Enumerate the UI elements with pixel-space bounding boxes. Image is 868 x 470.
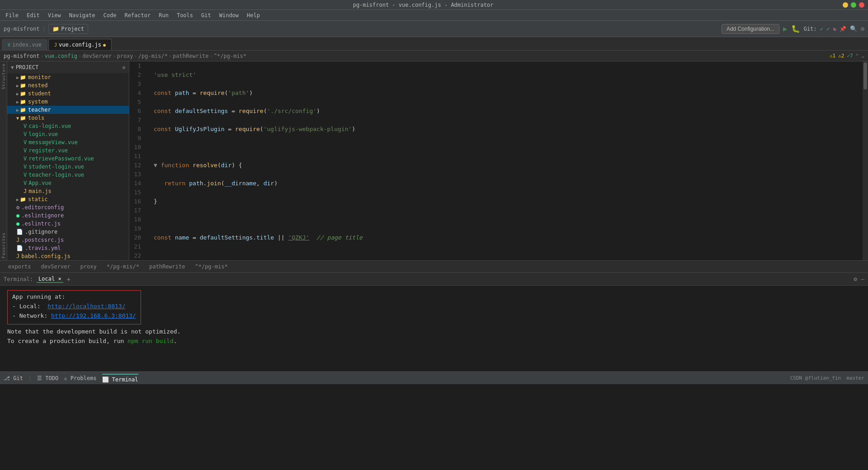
minimize-button[interactable] [843,2,848,8]
menu-refactor[interactable]: Refactor [121,11,154,19]
nav-tab-pgmis[interactable]: */pg-mis/* [102,262,144,271]
tree-item-app-vue[interactable]: V App.vue [7,179,129,187]
add-configuration-button[interactable]: Add Configuration... [722,24,779,34]
nav-tab-proxy[interactable]: proxy [76,262,101,271]
menu-window[interactable]: Window [216,11,242,19]
file-tab-vue-config-js[interactable]: J vue.config.js ● [48,39,112,50]
menu-help[interactable]: Help [243,11,264,19]
structure-label: Structure [1,63,6,89]
close-button[interactable] [859,2,864,8]
terminal-note-2: To create a production build, run npm ru… [7,337,861,346]
menu-tools[interactable]: Tools [173,11,197,19]
bc-proxy[interactable]: proxy [117,53,133,59]
status-right-info: CSDN @flutian_fin [790,375,841,381]
tree-item-travis[interactable]: 📄 .travis.yml [7,244,129,252]
terminal-local-line: - Local: http://localhost:8013/ [12,302,136,311]
terminal-label: Terminal: [4,276,33,282]
file-tab-index-vue[interactable]: V index.vue [2,39,47,50]
bc-pgmis-pattern[interactable]: ^*/pg-mis* [214,53,246,59]
run-button[interactable]: ▶ [783,24,788,33]
tree-item-login[interactable]: V login.vue [7,130,129,138]
collapse-button[interactable]: ⌄ [861,53,864,59]
title-bar-controls[interactable] [843,2,864,8]
tree-item-eslintignore[interactable]: ● .eslintignore [7,212,129,220]
tree-item-gitignore[interactable]: 📄 .gitignore [7,228,129,236]
tree-item-postcssrc[interactable]: J .postcssrc.js [7,236,129,244]
debug-button[interactable]: 🐛 [791,24,800,33]
terminal-note-1: Note that the development build is not o… [7,327,861,337]
toolbar: pg-misfront | 📁 Project Add Configuratio… [0,21,868,37]
code-line-8: } [154,197,863,206]
terminal-header: Terminal: Local × + ⚙ — [0,273,868,286]
menu-navigate[interactable]: Navigate [66,11,99,19]
status-branch: master [846,375,864,381]
maximize-button[interactable] [851,2,856,8]
code-line-11 [154,251,863,260]
bc-pgmis[interactable]: /pg-mis/* [138,53,168,59]
sidebar-title: Project [16,64,39,70]
nav-tab-pathrewrite[interactable]: pathRewrite [145,262,189,271]
tree-item-retrieve-password[interactable]: V retrievePassword.vue [7,155,129,163]
status-terminal-tab[interactable]: ⬜ Terminal [102,374,138,383]
bc-vueconfigjs[interactable]: vue.config [45,53,77,59]
terminal-add-tab[interactable]: + [67,276,71,283]
sidebar-header[interactable]: ▼ Project ⚙ [7,61,129,73]
tree-item-cas-login[interactable]: V cas-login.vue [7,122,129,130]
terminal-local-url[interactable]: http://localhost:8013/ [47,303,125,310]
menu-run[interactable]: Run [155,11,172,19]
tree-item-static[interactable]: ▶ 📁 static [7,195,129,203]
project-icon: 📁 [52,26,59,32]
ide-logo: pg-misfront [4,26,39,32]
warning-indicator: ⚠1 [830,53,835,59]
nav-tab-pattern[interactable]: ^*/pg-mis* [190,262,232,271]
terminal-content[interactable]: App running at: - Local: http://localhos… [0,286,868,371]
tree-item-eslintrc[interactable]: ● .eslintrc.js [7,220,129,228]
code-editor[interactable]: 1 2 3 4 5 6 7 8 9 10 11 12 13 14 15 16 1… [129,61,868,260]
menu-git[interactable]: Git [198,11,215,19]
search-button[interactable]: 🔍 [850,25,857,32]
terminal-minimize-icon[interactable]: — [861,276,864,282]
status-problems[interactable]: ⚠ Problems [64,375,96,381]
vertical-scrollbar[interactable] [863,61,868,260]
bc-pathrewrite[interactable]: pathRewrite [173,53,208,59]
menu-file[interactable]: File [2,11,22,19]
status-git[interactable]: ⎇ Git [4,375,23,381]
tree-item-student-login[interactable]: V student-login.vue [7,163,129,171]
settings-button[interactable]: ⚙ [861,25,864,32]
terminal-network-url[interactable]: http://192.168.6.3:8013/ [51,312,136,319]
nav-tab-devserver[interactable]: devServer [37,262,75,271]
menu-code[interactable]: Code [100,11,120,19]
tree-item-register[interactable]: V register.vue [7,146,129,155]
menu-view[interactable]: View [44,11,65,19]
terminal-build-cmd: npm run build [127,338,174,344]
code-line-2: const path = require('path') [154,89,863,98]
terminal-app-running-label: App running at: [12,292,136,302]
tree-item-main-js[interactable]: J main.js [7,187,129,195]
status-todo[interactable]: ☰ TODO [37,375,58,381]
tree-item-nested[interactable]: ▶ 📁 nested [7,81,129,89]
code-line-10: const name = defaultSettings.title || 'Q… [154,233,863,242]
menu-edit[interactable]: Edit [23,11,43,19]
project-tab[interactable]: 📁 Project [48,24,88,34]
tree-item-monitor[interactable]: ▶ 📁 monitor [7,73,129,81]
tree-item-tools[interactable]: ▼ 📁 tools [7,114,129,122]
tree-item-student[interactable]: ▶ 📁 student [7,89,129,98]
tree-item-teacher[interactable]: ▶ 📁 teacher [7,106,129,114]
tree-item-messageview[interactable]: V messageView.vue [7,138,129,146]
terminal-app-running-box: App running at: - Local: http://localhos… [7,290,141,324]
nav-tab-exports[interactable]: exports [4,262,36,271]
check-indicator: ✓7 [847,53,853,59]
warning-indicator-2: ⚠2 [838,53,844,59]
bc-devserver[interactable]: devServer [82,53,112,59]
editor-container: Structure Favorites ▼ Project ⚙ ▶ 📁 moni… [0,61,868,260]
tree-item-editorconfig[interactable]: ⚙ .editorconfig [7,203,129,212]
sidebar-tools-icon[interactable]: ⚙ [122,65,125,70]
expand-button[interactable]: ⌃ [856,53,859,59]
tree-item-teacher-login[interactable]: V teacher-login.vue [7,171,129,179]
code-line-4: const UglifyJsPlugin = require('uglifyjs… [154,125,863,134]
terminal-settings-icon[interactable]: ⚙ [854,276,857,282]
terminal-local-tab[interactable]: Local × [37,276,63,283]
tree-item-babel-config[interactable]: J babel.config.js [7,252,129,260]
bc-pgmisfront[interactable]: pg-misfront [4,53,39,59]
tree-item-system[interactable]: ▶ 📁 system [7,98,129,106]
